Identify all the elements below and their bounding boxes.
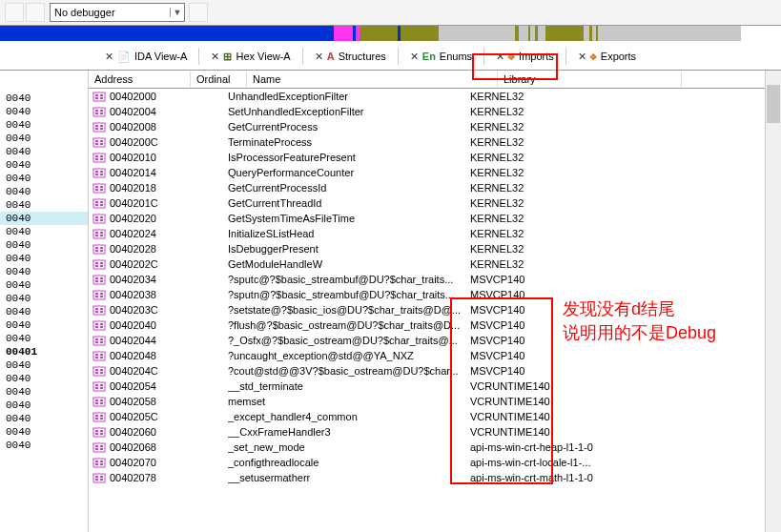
- import-row[interactable]: 00402028IsDebuggerPresentKERNEL32: [89, 241, 781, 256]
- import-row[interactable]: 0040201CGetCurrentThreadIdKERNEL32: [89, 195, 781, 211]
- tab-close-icon[interactable]: ✕: [211, 51, 219, 63]
- scroll-thumb[interactable]: [767, 85, 780, 123]
- svg-rect-26: [95, 171, 98, 173]
- cell-address: 00402010: [110, 152, 184, 163]
- col-ordinal[interactable]: Ordinal: [191, 72, 247, 87]
- nav-segment[interactable]: [324, 26, 334, 41]
- import-row[interactable]: 00402078__setusermatherrapi-ms-win-crt-m…: [89, 470, 781, 485]
- toolbar-btn-1[interactable]: [5, 3, 24, 22]
- tab-close-icon[interactable]: ✕: [410, 51, 419, 63]
- sidebar-address[interactable]: 0040: [0, 278, 88, 292]
- sidebar-address[interactable]: 0040: [0, 118, 88, 132]
- import-row[interactable]: 0040205C_except_handler4_commonVCRUNTIME…: [89, 409, 781, 424]
- import-row[interactable]: 00402004SetUnhandledExceptionFilterKERNE…: [89, 104, 781, 119]
- sidebar-address[interactable]: 0040: [0, 145, 88, 158]
- vertical-scrollbar[interactable]: [765, 71, 781, 532]
- tab-close-icon[interactable]: ✕: [315, 51, 323, 63]
- sidebar-address[interactable]: 0040: [0, 305, 88, 318]
- tab-ida-view-a[interactable]: ✕📄IDA View-A: [97, 49, 195, 65]
- import-row[interactable]: 00402034?sputc@?$basic_streambuf@DU?$cha…: [89, 272, 781, 287]
- navigation-band[interactable]: [0, 26, 781, 41]
- sidebar-address[interactable]: 0040: [0, 212, 88, 225]
- tab-imports[interactable]: ✕⎆Imports: [488, 49, 562, 65]
- import-icon: [89, 350, 110, 361]
- import-row[interactable]: 0040200CTerminateProcessKERNEL32: [89, 134, 781, 150]
- import-row[interactable]: 00402020GetSystemTimeAsFileTimeKERNEL32: [89, 211, 781, 226]
- tab-close-icon[interactable]: ✕: [496, 51, 504, 63]
- sidebar-address[interactable]: 0040: [0, 238, 88, 252]
- sidebar-address[interactable]: 0040: [0, 358, 88, 372]
- tab-exports[interactable]: ✕⎆Exports: [570, 49, 644, 65]
- nav-segment[interactable]: [0, 26, 324, 41]
- col-address[interactable]: Address: [89, 72, 191, 87]
- import-row[interactable]: 00402058memsetVCRUNTIME140: [89, 394, 781, 409]
- svg-rect-23: [100, 155, 103, 157]
- nav-segment[interactable]: [401, 26, 439, 41]
- sidebar-address[interactable]: 0040: [0, 318, 88, 332]
- import-row[interactable]: 00402008GetCurrentProcessKERNEL32: [89, 119, 781, 134]
- cell-name: _except_handler4_common: [228, 411, 470, 422]
- svg-rect-28: [100, 171, 103, 173]
- svg-rect-43: [100, 216, 103, 218]
- import-row[interactable]: 00402054__std_terminateVCRUNTIME140: [89, 379, 781, 394]
- tab-close-icon[interactable]: ✕: [578, 51, 586, 63]
- sidebar-address[interactable]: 0040: [0, 332, 88, 345]
- tab-hex-view-a[interactable]: ✕⊞Hex View-A: [203, 49, 298, 65]
- toolbar-btn-3[interactable]: [189, 3, 208, 22]
- sidebar-address[interactable]: 0040: [0, 132, 88, 145]
- sidebar-address[interactable]: 0040: [0, 385, 88, 399]
- sidebar-address[interactable]: 0040: [0, 412, 88, 425]
- import-row[interactable]: 0040202CGetModuleHandleWKERNEL32: [89, 256, 781, 272]
- import-row[interactable]: 00402048?uncaught_exception@std@@YA_NXZM…: [89, 348, 781, 363]
- import-row[interactable]: 00402068_set_new_modeapi-ms-win-crt-heap…: [89, 440, 781, 455]
- sidebar-address[interactable]: 0040: [0, 372, 88, 385]
- nav-segment[interactable]: [598, 26, 741, 41]
- import-row[interactable]: 00402024InitializeSListHeadKERNEL32: [89, 226, 781, 241]
- svg-rect-67: [95, 296, 98, 297]
- sidebar-address[interactable]: 0040: [0, 158, 88, 172]
- sidebar-address[interactable]: 0040: [0, 185, 88, 198]
- svg-rect-121: [95, 460, 98, 462]
- cell-library: KERNEL32: [470, 182, 642, 194]
- nav-segment[interactable]: [519, 26, 528, 41]
- sidebar-address[interactable]: 0040: [0, 105, 88, 118]
- import-row[interactable]: 00402070_configthreadlocaleapi-ms-win-cr…: [89, 455, 781, 470]
- import-row[interactable]: 00402000UnhandledExceptionFilterKERNEL32: [89, 89, 781, 104]
- cell-library: KERNEL32: [470, 121, 642, 133]
- sidebar-address[interactable]: 0040: [0, 399, 88, 412]
- svg-rect-60: [93, 276, 105, 284]
- import-row[interactable]: 00402060__CxxFrameHandler3VCRUNTIME140: [89, 424, 781, 440]
- nav-segment[interactable]: [545, 26, 584, 41]
- col-name[interactable]: Name: [247, 72, 498, 87]
- sidebar-address[interactable]: 0040: [0, 198, 88, 212]
- sidebar-address[interactable]: 0040: [0, 425, 88, 439]
- sidebar-address[interactable]: 0040: [0, 172, 88, 185]
- cell-name: GetSystemTimeAsFileTime: [228, 213, 470, 224]
- cell-library: KERNEL32: [470, 197, 642, 209]
- cell-name: InitializeSListHead: [228, 228, 470, 239]
- toolbar-btn-2[interactable]: [26, 3, 45, 22]
- import-row[interactable]: 00402010IsProcessorFeaturePresentKERNEL3…: [89, 150, 781, 165]
- svg-rect-111: [95, 430, 98, 432]
- sidebar-address[interactable]: 0040: [0, 292, 88, 305]
- sidebar-address[interactable]: 0040: [0, 439, 88, 452]
- sidebar-address[interactable]: 00401: [0, 345, 88, 358]
- sidebar-address[interactable]: 0040: [0, 265, 88, 278]
- debugger-dropdown[interactable]: No debugger ▼: [50, 3, 185, 22]
- nav-segment[interactable]: [334, 26, 353, 41]
- cell-library: KERNEL32: [470, 167, 642, 178]
- sidebar-address[interactable]: 0040: [0, 225, 88, 238]
- nav-segment[interactable]: [538, 26, 545, 41]
- nav-segment[interactable]: [439, 26, 515, 41]
- nav-segment[interactable]: [360, 26, 398, 41]
- import-row[interactable]: 00402018GetCurrentProcessIdKERNEL32: [89, 180, 781, 195]
- tab-close-icon[interactable]: ✕: [105, 51, 113, 63]
- sidebar-address[interactable]: 0040: [0, 252, 88, 265]
- import-row[interactable]: 00402014QueryPerformanceCounterKERNEL32: [89, 165, 781, 180]
- tab-structures[interactable]: ✕AStructures: [307, 49, 394, 65]
- svg-rect-115: [93, 443, 105, 452]
- col-library[interactable]: Library: [498, 72, 682, 87]
- tab-enums[interactable]: ✕EnEnums: [402, 49, 480, 65]
- import-row[interactable]: 0040204C?cout@std@@3V?$basic_ostream@DU?…: [89, 363, 781, 379]
- sidebar-address[interactable]: 0040: [0, 92, 88, 105]
